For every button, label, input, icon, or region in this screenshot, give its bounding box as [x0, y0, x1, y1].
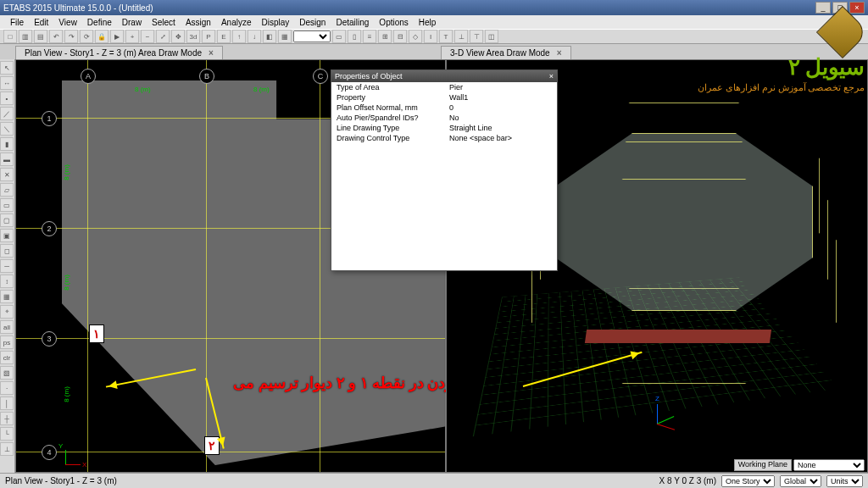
- menu-draw[interactable]: Draw: [117, 18, 147, 27]
- grid-bubble-1: 1: [42, 111, 57, 126]
- menu-view[interactable]: View: [53, 18, 82, 27]
- dim-34: 8 (m): [63, 386, 70, 402]
- table-row: Plan Offset Normal, mm0: [331, 103, 557, 113]
- side-column-icon[interactable]: ▮: [0, 137, 14, 151]
- tool-open-icon[interactable]: ▥: [19, 30, 32, 43]
- properties-close-icon[interactable]: ×: [549, 72, 554, 80]
- tool-save-icon[interactable]: ▤: [34, 30, 47, 43]
- window-title: ETABS 2015 Ultimate 15.0.0 - (Untitled): [3, 3, 153, 13]
- dim-23: 8 (m): [63, 274, 70, 291]
- status-story-dropdown[interactable]: One Story: [721, 475, 775, 487]
- menu-analyze[interactable]: Analyze: [216, 18, 257, 27]
- tab-plan-view[interactable]: Plan View - Story1 - Z = 3 (m) Area Draw…: [15, 46, 223, 59]
- brand-subtitle: مرجع تخصصی آموزش نرم افزارهای عمران: [698, 82, 865, 93]
- menu-assign[interactable]: Assign: [181, 18, 216, 27]
- side-mid-icon[interactable]: ┼: [0, 412, 14, 425]
- side-perp-icon[interactable]: ⊥: [0, 442, 14, 456]
- side-wall-icon[interactable]: ▭: [0, 198, 14, 212]
- toolbar-dropdown[interactable]: [293, 30, 331, 42]
- tool-new-icon[interactable]: □: [3, 30, 17, 43]
- grid-bubble-a: A: [81, 69, 96, 84]
- side-pointer-icon[interactable]: ↖: [0, 61, 14, 75]
- menu-help[interactable]: Help: [414, 18, 442, 27]
- tool-redo-icon[interactable]: ↷: [64, 30, 78, 43]
- properties-titlebar[interactable]: Properties of Object ×: [331, 70, 557, 82]
- side-prev-icon[interactable]: ps: [0, 336, 14, 349]
- tool-plan-icon[interactable]: P: [202, 30, 215, 43]
- side-all-icon[interactable]: all: [0, 320, 14, 334]
- tool-more-9-icon[interactable]: ⊤: [470, 30, 483, 43]
- tool-more-3-icon[interactable]: ⊞: [378, 30, 392, 43]
- close-button[interactable]: ×: [849, 2, 865, 14]
- side-line-icon[interactable]: │: [0, 396, 14, 410]
- side-brace-icon[interactable]: ✕: [0, 168, 14, 181]
- tool-zoom-in-icon[interactable]: +: [125, 30, 139, 43]
- menu-display[interactable]: Display: [257, 18, 295, 27]
- brand-title: سیویل ۲: [698, 54, 865, 80]
- tool-zoom-fit-icon[interactable]: ⤢: [156, 30, 170, 43]
- side-reshape-icon[interactable]: ↔: [0, 76, 14, 90]
- tool-section-icon[interactable]: ▭: [332, 30, 346, 43]
- menu-file[interactable]: File: [5, 18, 29, 27]
- grid-bubble-4: 4: [42, 445, 57, 460]
- tool-object-icon[interactable]: ◧: [263, 30, 276, 43]
- tool-more-10-icon[interactable]: ◫: [485, 30, 498, 43]
- side-dim-icon[interactable]: ↕: [0, 274, 14, 288]
- tool-elev-icon[interactable]: E: [217, 30, 231, 43]
- menu-detailing[interactable]: Detailing: [331, 18, 374, 27]
- tool-more-4-icon[interactable]: ⊟: [393, 30, 407, 43]
- point-marker-1: ۱: [89, 324, 104, 343]
- minimize-button[interactable]: _: [815, 2, 831, 14]
- side-frame-icon[interactable]: ／: [0, 107, 14, 120]
- tool-lock-icon[interactable]: 🔒: [95, 30, 108, 43]
- status-csys-dropdown[interactable]: Global: [780, 475, 821, 487]
- gridline-3: [16, 338, 445, 339]
- status-units-dropdown[interactable]: Units: [826, 475, 863, 487]
- side-grid2-icon[interactable]: ▦: [0, 290, 14, 303]
- menu-select[interactable]: Select: [147, 18, 181, 27]
- tab-plan-close-icon[interactable]: ×: [209, 48, 214, 58]
- tool-more-1-icon[interactable]: ▯: [348, 30, 361, 43]
- tool-more-7-icon[interactable]: T: [439, 30, 453, 43]
- side-joint-icon[interactable]: •: [0, 92, 14, 105]
- side-area-icon[interactable]: ▣: [0, 229, 14, 242]
- tool-down-icon[interactable]: ↓: [248, 30, 261, 43]
- status-left: Plan View - Story1 - Z = 3 (m): [5, 476, 117, 485]
- tool-undo-icon[interactable]: ↶: [49, 30, 63, 43]
- tool-more-2-icon[interactable]: ≡: [363, 30, 376, 43]
- side-snap-icon[interactable]: ⌖: [0, 305, 14, 319]
- tab-3d-view[interactable]: 3-D View Area Draw Mode ×: [441, 46, 571, 59]
- menu-edit[interactable]: Edit: [29, 18, 53, 27]
- brand-overlay: سیویل ۲ مرجع تخصصی آموزش نرم افزارهای عم…: [698, 14, 865, 93]
- properties-window[interactable]: Properties of Object × Type of AreaPier …: [331, 69, 558, 271]
- side-intsel-icon[interactable]: ▧: [0, 366, 14, 380]
- side-floor-icon[interactable]: ▱: [0, 183, 14, 197]
- tool-more-5-icon[interactable]: ◇: [409, 30, 422, 43]
- side-opening-icon[interactable]: ◻: [0, 244, 14, 258]
- tool-3d-icon[interactable]: 3d: [186, 30, 200, 43]
- side-quickframe-icon[interactable]: ＼: [0, 122, 14, 136]
- side-beam-icon[interactable]: ▬: [0, 152, 14, 166]
- status-coords: X 8 Y 0 Z 3 (m): [659, 476, 716, 485]
- working-plane-dropdown[interactable]: None: [793, 459, 865, 471]
- side-slab-icon[interactable]: ▢: [0, 214, 14, 227]
- menu-define[interactable]: Define: [82, 18, 117, 27]
- side-point-icon[interactable]: ·: [0, 381, 14, 395]
- menu-design[interactable]: Design: [294, 18, 331, 27]
- table-row: Drawing Control TypeNone <space bar>: [331, 133, 557, 143]
- table-row: Type of AreaPier: [331, 82, 557, 92]
- tab-3d-close-icon[interactable]: ×: [557, 48, 562, 58]
- tool-run-icon[interactable]: ▶: [110, 30, 124, 43]
- side-link-icon[interactable]: ─: [0, 259, 14, 273]
- tool-more-8-icon[interactable]: ⊥: [454, 30, 468, 43]
- side-clear-icon[interactable]: clr: [0, 351, 14, 364]
- tool-grid-icon[interactable]: ▦: [278, 30, 292, 43]
- 3d-wall: [585, 330, 771, 343]
- tool-refresh-icon[interactable]: ⟳: [80, 30, 93, 43]
- tool-zoom-out-icon[interactable]: −: [141, 30, 154, 43]
- menu-options[interactable]: Options: [374, 18, 413, 27]
- tool-up-icon[interactable]: ↑: [232, 30, 246, 43]
- side-end-icon[interactable]: └: [0, 427, 14, 441]
- tool-pan-icon[interactable]: ✥: [171, 30, 185, 43]
- tool-more-6-icon[interactable]: I: [424, 30, 437, 43]
